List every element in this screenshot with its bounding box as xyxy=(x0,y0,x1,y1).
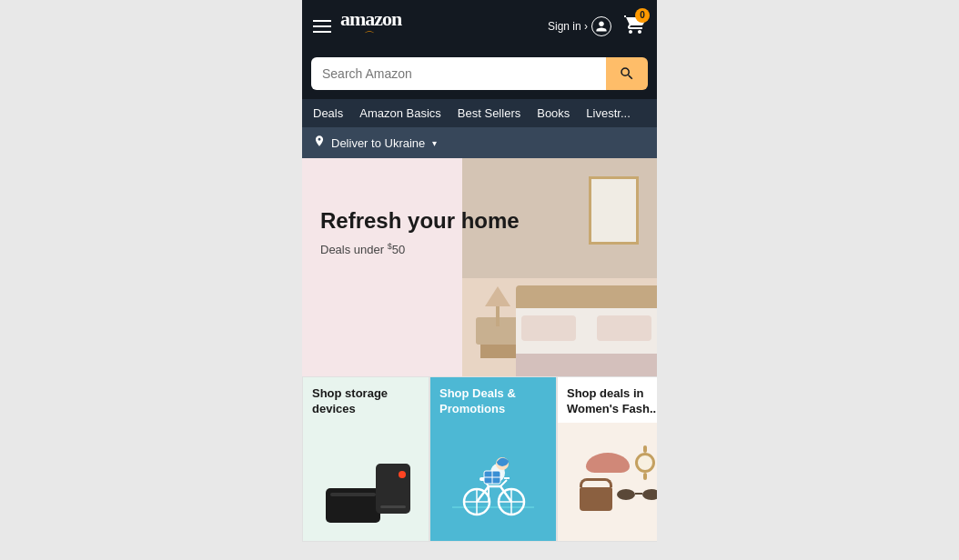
nav-item-bestsellers[interactable]: Best Sellers xyxy=(458,106,520,120)
cart-badge: 0 xyxy=(635,8,650,23)
nav-bar: Deals Amazon Basics Best Sellers Books L… xyxy=(302,99,657,127)
header-right: Sign in › 0 xyxy=(548,14,646,39)
sign-in-button[interactable]: Sign in › xyxy=(548,16,611,36)
nightstand-body xyxy=(480,345,517,358)
user-icon xyxy=(591,16,611,36)
card-fashion-header: Shop deals in Women's Fash... xyxy=(558,377,657,423)
ssd-port xyxy=(380,505,406,508)
card-fashion[interactable]: Shop deals in Women's Fash... xyxy=(557,376,657,542)
header: amazon ⌒ Sign in › 0 xyxy=(302,0,657,52)
bed-headboard xyxy=(516,285,657,308)
cards-row: Shop storage devices Shop Deals & Promot… xyxy=(302,376,657,542)
location-icon xyxy=(313,135,326,151)
shoe-item xyxy=(586,453,630,473)
card-storage-title: Shop storage devices xyxy=(312,386,419,417)
bed-pillow-left xyxy=(521,315,576,341)
card-deals-title: Shop Deals & Promotions xyxy=(439,386,547,417)
header-left: amazon ⌒ xyxy=(313,7,401,45)
lamp-pole xyxy=(496,306,500,326)
logo-text: amazon xyxy=(340,7,401,31)
fashion-row1 xyxy=(586,453,655,473)
search-bar xyxy=(302,52,657,99)
bed xyxy=(516,285,657,376)
cyclist-illustration xyxy=(448,445,539,518)
frame-content xyxy=(591,179,636,242)
nav-item-deals[interactable]: Deals xyxy=(313,106,343,120)
ssd-drive-small xyxy=(376,464,410,514)
location-svg xyxy=(313,135,326,147)
hero-image-area xyxy=(462,158,658,376)
bag-item xyxy=(580,478,612,511)
search-button[interactable] xyxy=(606,57,648,90)
delivery-text: Deliver to Ukraine xyxy=(331,136,425,150)
amazon-logo[interactable]: amazon ⌒ xyxy=(340,7,401,45)
lamp xyxy=(485,286,510,326)
bed-pillow-right xyxy=(597,315,651,341)
sign-in-text: Sign in › xyxy=(548,20,588,33)
card-fashion-body xyxy=(558,423,657,541)
nav-item-livestream[interactable]: Livestr... xyxy=(586,106,630,120)
bed-blanket xyxy=(516,354,657,376)
user-svg xyxy=(595,20,608,33)
nav-item-basics[interactable]: Amazon Basics xyxy=(359,106,441,120)
delivery-bar[interactable]: Deliver to Ukraine ▾ xyxy=(302,127,657,158)
card-deals[interactable]: Shop Deals & Promotions xyxy=(429,376,557,542)
watch-item xyxy=(635,453,655,473)
hero-left-bg xyxy=(302,158,487,376)
svg-line-8 xyxy=(500,480,507,486)
ssd-drive-large xyxy=(326,488,380,523)
hero-title: Refresh your home xyxy=(320,208,520,235)
search-icon xyxy=(619,65,635,82)
card-storage[interactable]: Shop storage devices xyxy=(302,376,429,542)
logo-arrow: ⌒ xyxy=(360,29,382,45)
hero-banner: Refresh your home Deals under $50 xyxy=(302,158,657,376)
hero-text: Refresh your home Deals under $50 xyxy=(320,208,520,256)
fashion-row2 xyxy=(580,478,657,511)
delivery-chevron: ▾ xyxy=(432,138,437,148)
bed-body xyxy=(516,308,657,376)
phone-wrapper: amazon ⌒ Sign in › 0 xyxy=(302,0,657,542)
nav-item-books[interactable]: Books xyxy=(537,106,570,120)
card-storage-header: Shop storage devices xyxy=(303,377,429,423)
ssd-indicator xyxy=(399,471,406,478)
card-deals-header: Shop Deals & Promotions xyxy=(430,377,556,423)
cart-button[interactable]: 0 xyxy=(624,14,646,39)
wall-frame xyxy=(589,176,639,245)
hamburger-menu[interactable] xyxy=(313,20,331,33)
sunglasses-item xyxy=(616,488,657,501)
card-deals-body xyxy=(430,423,556,541)
lamp-shade xyxy=(485,286,510,306)
card-fashion-title: Shop deals in Women's Fash... xyxy=(567,386,657,417)
card-storage-body xyxy=(303,423,429,541)
search-input-wrap xyxy=(311,57,648,90)
ssd-stripe xyxy=(330,493,376,496)
hero-subtitle: Deals under $50 xyxy=(320,242,520,256)
search-input[interactable] xyxy=(311,57,606,90)
